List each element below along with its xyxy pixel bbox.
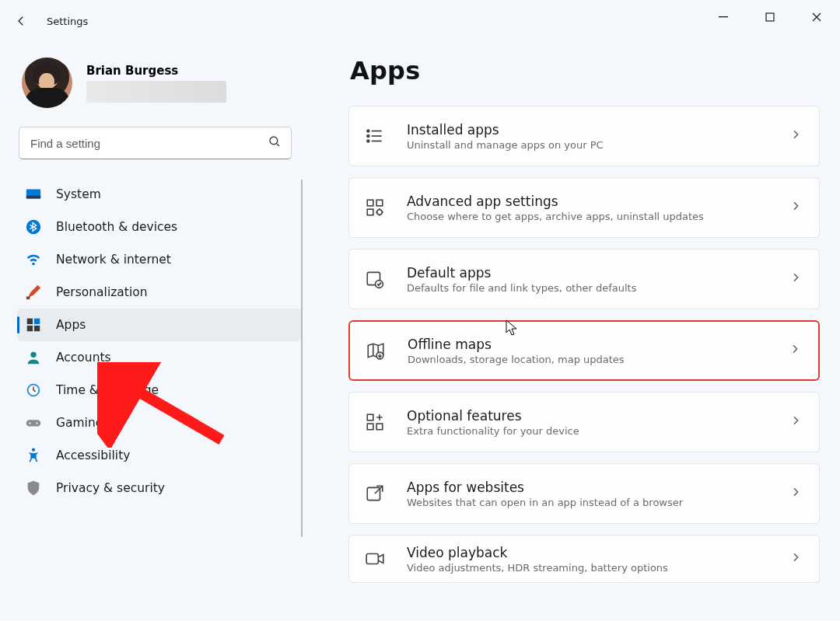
chevron-right-icon <box>789 200 802 215</box>
video-icon <box>362 546 388 572</box>
svg-rect-0 <box>719 16 728 17</box>
svg-point-15 <box>29 422 31 424</box>
window-maximize-button[interactable] <box>747 0 793 34</box>
card-title: Installed apps <box>407 122 771 138</box>
list-icon <box>362 123 388 149</box>
svg-point-24 <box>377 210 383 215</box>
sidebar-item-label: Time & language <box>56 383 159 397</box>
window-controls <box>700 0 840 34</box>
window-close-button[interactable] <box>793 0 840 34</box>
sidebar-item-label: Bluetooth & devices <box>56 220 177 234</box>
chevron-right-icon <box>789 271 802 287</box>
card-title: Apps for websites <box>407 480 771 495</box>
sidebar-item-accounts[interactable]: Accounts <box>17 341 301 374</box>
card-offline-maps[interactable]: Offline maps Downloads, storage location… <box>348 320 820 381</box>
card-video-playback[interactable]: Video playback Video adjustments, HDR st… <box>348 535 820 583</box>
svg-point-19 <box>367 135 369 138</box>
svg-point-18 <box>367 130 369 132</box>
sidebar-nav: System Bluetooth & devices Network & int… <box>17 178 301 504</box>
map-icon <box>362 337 389 364</box>
svg-point-16 <box>36 422 38 424</box>
card-title: Offline maps <box>408 337 770 352</box>
system-icon <box>25 186 42 203</box>
card-installed-apps[interactable]: Installed apps Uninstall and manage apps… <box>348 106 820 166</box>
svg-rect-28 <box>367 414 373 420</box>
svg-rect-29 <box>367 424 373 430</box>
sidebar-item-privacy[interactable]: Privacy & security <box>17 472 301 504</box>
svg-rect-6 <box>26 297 30 300</box>
sidebar-item-label: Gaming <box>56 416 103 430</box>
brush-icon <box>25 284 42 301</box>
search-input[interactable] <box>19 127 292 159</box>
card-default-apps[interactable]: Default apps Defaults for file and link … <box>348 249 820 309</box>
profile-name: Brian Burgess <box>86 64 226 78</box>
profile-block[interactable]: Brian Burgess <box>17 58 301 108</box>
gear-grid-icon <box>362 194 388 221</box>
profile-text: Brian Burgess <box>86 64 226 103</box>
avatar <box>22 58 72 108</box>
sidebar-item-system[interactable]: System <box>17 178 301 211</box>
svg-point-17 <box>32 448 35 452</box>
chevron-right-icon <box>789 551 802 567</box>
sidebar-item-label: Privacy & security <box>56 481 165 495</box>
chevron-right-icon <box>789 486 802 501</box>
sidebar-item-gaming[interactable]: Gaming <box>17 406 301 439</box>
gamepad-icon <box>25 414 42 431</box>
card-title: Optional features <box>407 408 771 424</box>
sidebar-item-time[interactable]: Time & language <box>17 374 301 406</box>
svg-rect-8 <box>34 319 40 324</box>
sidebar-item-network[interactable]: Network & internet <box>17 243 301 276</box>
accessibility-icon <box>25 447 42 464</box>
shield-icon <box>25 480 42 497</box>
card-advanced-app-settings[interactable]: Advanced app settings Choose where to ge… <box>348 177 820 238</box>
cursor-icon <box>506 319 520 337</box>
card-subtitle: Choose where to get apps, archive apps, … <box>407 211 771 222</box>
profile-subtext-redacted <box>86 81 226 103</box>
svg-rect-21 <box>367 200 373 206</box>
apps-icon <box>25 316 42 333</box>
back-button[interactable] <box>0 0 42 42</box>
svg-rect-23 <box>367 209 373 215</box>
card-subtitle: Downloads, storage location, map updates <box>408 354 770 365</box>
clock-icon <box>25 382 42 399</box>
card-subtitle: Websites that can open in an app instead… <box>407 497 771 508</box>
sidebar-item-accessibility[interactable]: Accessibility <box>17 439 301 472</box>
svg-rect-1 <box>766 13 774 21</box>
sidebar-item-label: Accounts <box>56 351 111 365</box>
card-title: Default apps <box>407 265 771 281</box>
card-title: Advanced app settings <box>407 194 771 209</box>
sidebar-item-personalization[interactable]: Personalization <box>17 276 301 309</box>
minimize-icon <box>719 12 728 22</box>
card-subtitle: Defaults for file and link types, other … <box>407 282 771 294</box>
card-apps-for-websites[interactable]: Apps for websites Websites that can open… <box>348 463 820 524</box>
card-title: Video playback <box>407 545 771 560</box>
svg-point-11 <box>30 352 36 358</box>
search-field-wrapper <box>19 127 292 159</box>
maximize-icon <box>765 12 775 22</box>
title-bar: Settings <box>0 0 840 42</box>
card-subtitle: Extra functionality for your device <box>407 425 771 437</box>
svg-rect-4 <box>26 196 40 199</box>
bluetooth-icon <box>25 218 42 235</box>
chevron-right-icon <box>789 128 802 144</box>
sidebar-item-apps[interactable]: Apps <box>17 309 301 341</box>
page-title: Apps <box>350 56 824 85</box>
window-minimize-button[interactable] <box>700 0 747 34</box>
sidebar: Brian Burgess System Bluetooth & devices <box>0 42 307 621</box>
svg-rect-7 <box>27 319 33 324</box>
card-optional-features[interactable]: Optional features Extra functionality fo… <box>348 392 820 452</box>
default-apps-icon <box>362 266 388 292</box>
svg-rect-10 <box>34 326 40 331</box>
sidebar-item-label: Personalization <box>56 285 148 299</box>
person-icon <box>25 349 42 366</box>
svg-rect-32 <box>366 554 378 564</box>
svg-rect-22 <box>376 200 383 206</box>
chevron-right-icon <box>789 414 802 430</box>
settings-cards: Installed apps Uninstall and manage apps… <box>327 106 824 583</box>
close-icon <box>812 12 821 22</box>
launch-icon <box>362 480 388 507</box>
sidebar-item-bluetooth[interactable]: Bluetooth & devices <box>17 211 301 243</box>
app-title: Settings <box>47 16 88 27</box>
main-content: Apps Installed apps Uninstall and manage… <box>327 42 824 621</box>
back-arrow-icon <box>14 14 28 28</box>
